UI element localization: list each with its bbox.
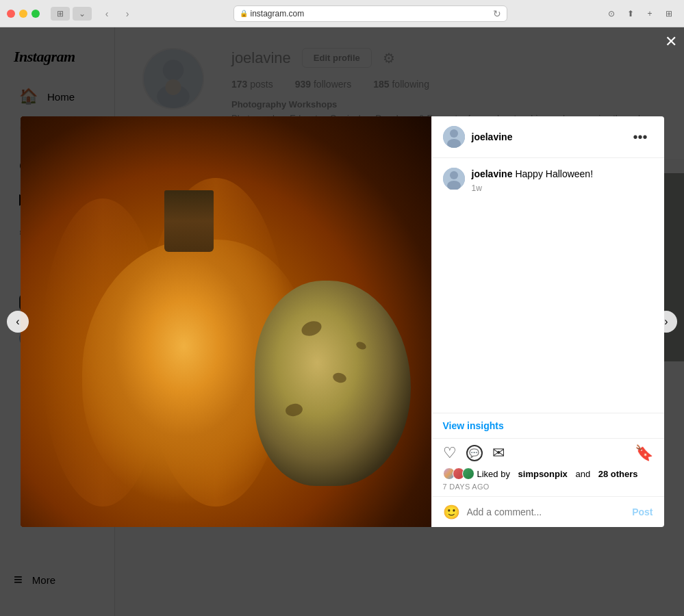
svg-point-16 <box>450 171 458 179</box>
liked-avatars <box>443 467 472 480</box>
share-button[interactable]: ✉ <box>492 444 505 462</box>
liked-by-name[interactable]: simpsonpix <box>518 469 568 479</box>
address-bar[interactable]: 🔒 instagram.com ↻ <box>233 5 507 22</box>
lock-icon: 🔒 <box>240 10 248 17</box>
like-button[interactable]: ♡ <box>443 444 457 462</box>
nav-buttons: ‹ › <box>97 7 137 21</box>
add-comment-row: 🙂 Post <box>432 496 664 527</box>
browser-right-controls: ⊙ ⬆ + ⊞ <box>603 7 677 21</box>
gourd-spots <box>255 281 411 486</box>
nav-left-icon: ‹ <box>16 316 19 328</box>
tab-chevron[interactable]: ⌄ <box>73 7 92 21</box>
reload-icon[interactable]: ↻ <box>493 8 501 19</box>
svg-point-13 <box>450 129 458 138</box>
minimize-traffic-light[interactable] <box>19 10 27 18</box>
traffic-lights <box>7 10 40 18</box>
instagram-app: Instagram 🏠 Home 🔍 Search ◎ Explore ▶ Re… <box>0 27 684 616</box>
post-timestamp: 7 days ago <box>443 483 653 491</box>
comment-input[interactable] <box>467 506 626 517</box>
url-text: instagram.com <box>251 9 305 18</box>
close-traffic-light[interactable] <box>7 10 15 18</box>
back-button[interactable]: ‹ <box>97 7 116 21</box>
post-image <box>21 116 431 527</box>
grid-button[interactable]: ⊞ <box>661 7 677 21</box>
comment-avatar <box>443 168 465 190</box>
liked-by-text: Liked by <box>477 469 510 479</box>
pumpkin-stem <box>164 190 214 252</box>
browser-chrome: ⊞ ⌄ ‹ › 🔒 instagram.com ↻ ⊙ ⬆ + ⊞ <box>0 0 684 27</box>
modal-nav-right-button[interactable]: › <box>655 311 677 333</box>
post-comment-button[interactable]: Post <box>632 506 653 517</box>
comment-username: joelavine <box>472 168 513 179</box>
liked-by-row: Liked by simpsonpix and 28 others <box>443 467 653 480</box>
pumpkin-background <box>21 116 431 527</box>
modal-overlay[interactable]: ✕ ‹ › <box>0 27 684 616</box>
nav-right-icon: › <box>664 316 668 328</box>
comment-body: joelavineHappy Halloween! 1w <box>472 168 594 194</box>
modal-nav-left-button[interactable]: ‹ <box>7 311 29 333</box>
action-icons-row: ♡ 💬 ✉ 🔖 <box>443 444 653 462</box>
forward-button[interactable]: › <box>118 7 137 21</box>
tab-view-button[interactable]: ⊞ <box>51 7 70 21</box>
post-info-side: joelavine ••• joe <box>431 116 664 527</box>
post-user-avatar <box>443 126 465 148</box>
history-button[interactable]: ⊙ <box>603 7 620 21</box>
post-more-button[interactable]: ••• <box>627 127 653 148</box>
liked-by-and: and <box>575 469 590 479</box>
window-controls: ⊞ ⌄ <box>51 7 92 21</box>
new-tab-button[interactable]: + <box>642 7 658 21</box>
liked-avatar-3 <box>462 467 474 480</box>
post-comments: joelavineHappy Halloween! 1w <box>432 158 664 413</box>
post-actions: ♡ 💬 ✉ 🔖 Liked by simpsonpix and <box>432 438 664 496</box>
post-header: joelavine ••• <box>432 116 664 158</box>
view-insights-button[interactable]: View insights <box>432 413 664 438</box>
comment-text: Happy Halloween! <box>515 168 593 179</box>
share-button[interactable]: ⬆ <box>622 7 639 21</box>
post-modal: joelavine ••• joe <box>21 116 664 527</box>
comment-time: 1w <box>472 183 594 194</box>
fullscreen-traffic-light[interactable] <box>31 10 40 18</box>
comment-button[interactable]: 💬 <box>466 445 483 461</box>
comment-item: joelavineHappy Halloween! 1w <box>443 168 653 194</box>
post-username: joelavine <box>472 131 621 142</box>
emoji-button[interactable]: 🙂 <box>443 504 460 520</box>
modal-close-button[interactable]: ✕ <box>665 34 677 49</box>
bookmark-button[interactable]: 🔖 <box>635 444 653 462</box>
liked-by-others[interactable]: 28 others <box>598 469 638 479</box>
